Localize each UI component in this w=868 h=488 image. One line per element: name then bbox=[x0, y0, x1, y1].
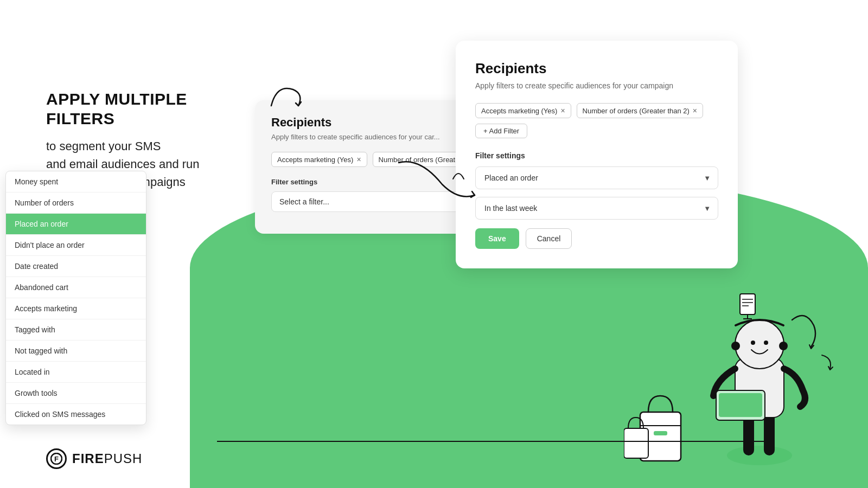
recipients-title: Recipients bbox=[475, 60, 718, 77]
character-illustration bbox=[684, 249, 835, 477]
svg-text:F: F bbox=[54, 455, 59, 463]
tag-marketing-main: Accepts marketing (Yes) × bbox=[475, 103, 571, 118]
dropdown-item-money-spent[interactable]: Money spent bbox=[6, 171, 146, 192]
bottom-line bbox=[217, 441, 770, 442]
dropdown-item-growth-tools[interactable]: Growth tools bbox=[6, 383, 146, 404]
svg-point-12 bbox=[779, 342, 788, 350]
dropdown-item-accepts-marketing[interactable]: Accepts marketing bbox=[6, 298, 146, 319]
dropdown-item-tagged-with[interactable]: Tagged with bbox=[6, 319, 146, 341]
cancel-button[interactable]: Cancel bbox=[526, 228, 572, 249]
svg-point-11 bbox=[731, 342, 740, 350]
svg-rect-16 bbox=[624, 428, 648, 458]
logo-icon: F bbox=[46, 448, 67, 469]
recipients-tag-row: Accepts marketing (Yes) × Number of orde… bbox=[475, 103, 718, 138]
dropdown-item-placed-order[interactable]: Placed an order bbox=[6, 214, 146, 235]
tag-orders-main: Number of orders (Greater than 2) × bbox=[577, 103, 703, 118]
time-period-select[interactable]: In the last week bbox=[475, 197, 718, 220]
filter-section-label: Filter settings bbox=[475, 151, 718, 160]
time-period-dropdown[interactable]: In the last week ▼ bbox=[475, 197, 718, 220]
svg-rect-17 bbox=[740, 294, 755, 314]
svg-point-10 bbox=[764, 341, 768, 345]
dropdown-item-didnt-place[interactable]: Didn't place an order bbox=[6, 235, 146, 256]
dropdown-item-located-in[interactable]: Located in bbox=[6, 362, 146, 383]
remove-marketing-tag[interactable]: × bbox=[560, 106, 565, 115]
screen-icon bbox=[738, 293, 760, 320]
svg-point-2 bbox=[727, 446, 792, 465]
dropdown-item-clicked-sms[interactable]: Clicked on SMS messages bbox=[6, 404, 146, 425]
logo-text: FIREPUSH bbox=[72, 451, 142, 466]
placed-order-select[interactable]: Placed an order bbox=[475, 166, 718, 189]
dropdown-item-not-tagged[interactable]: Not tagged with bbox=[6, 341, 146, 362]
filter-dropdown[interactable]: Money spent Number of orders Placed an o… bbox=[5, 171, 146, 425]
svg-point-8 bbox=[735, 320, 784, 369]
action-buttons: Save Cancel bbox=[475, 228, 718, 249]
main-heading: APPLY MULTIPLE FILTERS bbox=[46, 89, 241, 129]
shopping-bags bbox=[624, 380, 694, 466]
remove-orders-tag[interactable]: × bbox=[693, 106, 697, 115]
placed-order-dropdown[interactable]: Placed an order ▼ bbox=[475, 166, 718, 189]
svg-rect-15 bbox=[654, 431, 667, 435]
add-filter-button[interactable]: + Add Filter bbox=[475, 124, 527, 138]
svg-rect-7 bbox=[719, 393, 762, 417]
dropdown-item-date-created[interactable]: Date created bbox=[6, 256, 146, 277]
svg-rect-4 bbox=[764, 412, 775, 455]
dropdown-item-abandoned-cart[interactable]: Abandoned cart bbox=[6, 277, 146, 298]
svg-point-9 bbox=[751, 341, 755, 345]
logo: F FIREPUSH bbox=[46, 448, 142, 469]
card-recipients-main: Recipients Apply filters to create speci… bbox=[456, 41, 738, 268]
save-button[interactable]: Save bbox=[475, 228, 519, 249]
recipients-subtitle: Apply filters to create specific audienc… bbox=[475, 81, 718, 90]
dropdown-item-number-orders[interactable]: Number of orders bbox=[6, 192, 146, 214]
tag-marketing-back: Accepts marketing (Yes) × bbox=[271, 152, 367, 167]
